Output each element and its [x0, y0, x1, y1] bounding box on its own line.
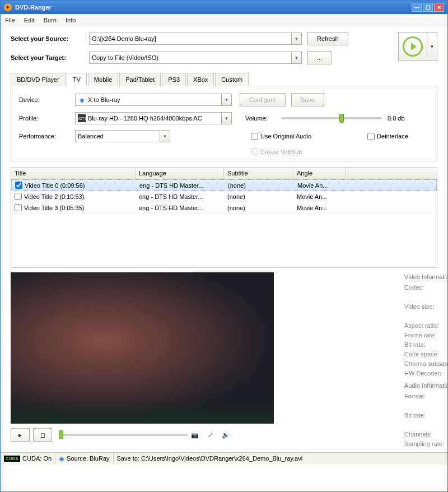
tab-xbox[interactable]: XBox — [187, 73, 214, 86]
table-row[interactable]: Video Title 2 (0:10:53)eng - DTS HD Mast… — [11, 191, 437, 202]
status-source: ◉Source: BluRay — [55, 453, 113, 465]
titlebar: ✦ DVD-Ranger — ☐ ✕ — [1, 1, 447, 14]
chevron-down-icon[interactable]: ▼ — [291, 33, 301, 44]
menu-info[interactable]: Info — [66, 17, 76, 24]
maximize-button[interactable]: ☐ — [423, 3, 433, 12]
chevron-down-icon[interactable]: ▼ — [160, 131, 170, 142]
chevron-down-icon[interactable]: ▼ — [291, 52, 301, 63]
volume-value: 0.0 db — [388, 115, 405, 122]
tab-bddvd[interactable]: BD/DVD Player — [11, 73, 66, 86]
stop-button[interactable]: ◻ — [33, 428, 52, 442]
camera-icon[interactable]: 📷 — [191, 431, 199, 439]
disc-icon: ◉ — [78, 96, 86, 104]
th-title[interactable]: Title — [11, 168, 136, 179]
menu-burn[interactable]: Burn — [44, 17, 57, 24]
device-combo[interactable]: ◉ X to Blu-ray ▼ — [75, 94, 232, 106]
th-spacer — [346, 168, 437, 179]
row-check[interactable] — [15, 193, 22, 200]
volume-slider[interactable] — [281, 117, 382, 119]
info-row: Bit rate:N/A — [404, 340, 448, 350]
device-label: Device: — [19, 96, 75, 103]
title-table: Title Language Subtitle Angle Video Titl… — [11, 167, 437, 268]
source-combo[interactable]: G:\[x264 Demo Blu-ray] ▼ — [89, 33, 302, 45]
tab-mobile[interactable]: Mobile — [88, 73, 118, 86]
th-subtitle[interactable]: Subtitle — [224, 168, 293, 179]
info-row: HW Decoder:Disabled — [404, 369, 448, 378]
target-combo[interactable]: Copy to File (Video/ISO) ▼ — [89, 52, 302, 64]
device-value: X to Blu-ray — [88, 96, 120, 103]
info-row: Bit rate:1536 Kbps — [404, 411, 448, 430]
audio-info-head: Audio Information — [404, 381, 448, 391]
menubar: File Edit Burn Info — [1, 14, 447, 26]
window-title: DVD-Ranger — [15, 4, 412, 11]
info-row: Video size:1920 / 1080 — [404, 302, 448, 321]
performance-label: Performance: — [19, 133, 75, 140]
info-panel: Video Information Codec:Advanced Video C… — [404, 272, 448, 449]
tab-custom[interactable]: Custom — [215, 73, 249, 86]
volume-label: Volume: — [245, 115, 281, 122]
tab-bar: BD/DVD Player TV Mobile Pad/Tablet PS3 X… — [11, 72, 437, 86]
arrow-right-icon — [403, 36, 423, 57]
profile-value: Blu-ray HD - 1280 HQ h264/4000kbps AC — [88, 115, 202, 122]
status-saveto: Save to: C:\Users\Ingo\Videos\DVDRanger\… — [114, 453, 447, 465]
minimize-button[interactable]: — — [412, 3, 422, 12]
play-button[interactable]: ▸ — [11, 428, 30, 442]
info-row: Chroma subsampling:4:2:0 — [404, 359, 448, 369]
speaker-icon[interactable]: 🔊 — [222, 431, 230, 439]
tab-padtablet[interactable]: Pad/Tablet — [119, 73, 161, 86]
status-cuda: CUDACUDA: On — [1, 453, 55, 465]
tab-tv[interactable]: TV — [67, 73, 87, 86]
info-row: Aspect ratio:16:9 — [404, 321, 448, 331]
source-value: G:\[x264 Demo Blu-ray] — [92, 35, 156, 42]
row-check[interactable] — [15, 204, 22, 211]
row-check[interactable] — [15, 182, 22, 189]
vobsub-check: Create VobSub — [251, 148, 302, 155]
browse-button[interactable]: ... — [307, 51, 332, 64]
chevron-down-icon[interactable]: ▼ — [221, 94, 231, 105]
performance-combo[interactable]: Balanced ▼ — [75, 130, 170, 142]
go-dropdown[interactable]: ▼ — [427, 32, 437, 61]
info-row: Format:DTS Coherent Acoustics — [404, 392, 448, 411]
info-row: Frame rate:24.00 — [404, 331, 448, 340]
target-label: Select your Target: — [11, 54, 89, 61]
crop-icon[interactable]: ⤢ — [208, 431, 213, 439]
close-button[interactable]: ✕ — [434, 3, 444, 12]
th-angle[interactable]: Angle — [293, 168, 346, 179]
table-row[interactable]: Video Title 0 (0:09:56)eng - DTS HD Mast… — [11, 179, 437, 191]
statusbar: CUDACUDA: On ◉Source: BluRay Save to: C:… — [1, 452, 447, 465]
menu-edit[interactable]: Edit — [24, 17, 35, 24]
save-button[interactable]: Save — [291, 93, 324, 106]
chevron-down-icon[interactable]: ▼ — [221, 113, 231, 124]
progress-slider[interactable] — [59, 434, 188, 436]
target-value: Copy to File (Video/ISO) — [92, 54, 158, 61]
info-row: Codec:Advanced Video Coding — [404, 283, 448, 302]
info-row: Channels:6 — [404, 430, 448, 439]
deinterlace-check[interactable]: Deinterlace — [367, 133, 408, 140]
video-preview[interactable] — [11, 272, 274, 424]
video-info-head: Video Information — [404, 272, 448, 282]
original-audio-check[interactable]: Use Original Audio — [251, 133, 311, 140]
app-icon: ✦ — [4, 3, 12, 11]
menu-file[interactable]: File — [5, 17, 15, 24]
profile-combo[interactable]: M2TS Blu-ray HD - 1280 HQ h264/4000kbps … — [75, 112, 232, 124]
info-row: Color space:YUV — [404, 350, 448, 359]
info-row: Sampling rate:48000 — [404, 439, 448, 449]
refresh-button[interactable]: Refresh — [307, 32, 348, 45]
tab-ps3[interactable]: PS3 — [162, 73, 186, 86]
profile-label: Profile: — [19, 115, 75, 122]
tab-content: Device: ◉ X to Blu-ray ▼ Configure Save … — [11, 86, 437, 161]
go-button[interactable] — [398, 32, 427, 61]
th-language[interactable]: Language — [136, 168, 224, 179]
source-label: Select your Source: — [11, 35, 89, 42]
m2ts-icon: M2TS — [78, 114, 86, 122]
configure-button[interactable]: Configure — [240, 93, 286, 106]
performance-value: Balanced — [78, 133, 104, 140]
table-row[interactable]: Video Title 3 (0:05:35)eng - DTS HD Mast… — [11, 202, 437, 213]
